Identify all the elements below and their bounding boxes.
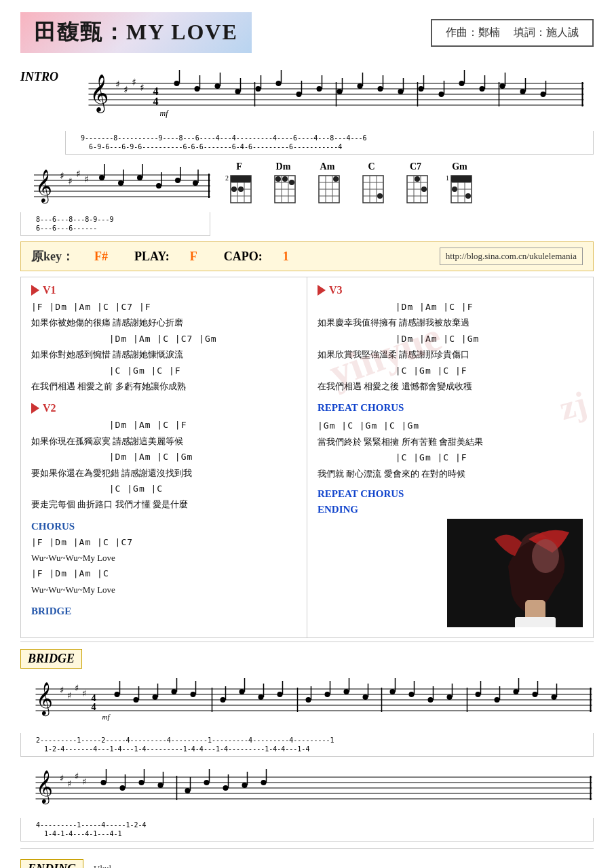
bridge-sheet-section: BRIDGE 𝄞 ♯ ♯ ♯ ♯ 4 4 mf (20, 649, 594, 757)
right-column: yinyue zj V3 |Dm |Am |C |F 如果慶幸我值得擁有 請感謝… (307, 277, 593, 637)
intro-staff2: 𝄞 ♯ ♯ ♯ ♯ (20, 158, 210, 212)
intro-section: INTRO 𝄞 ♯ ♯ ♯ ♯ 4 4 mf (20, 63, 594, 155)
svg-point-25 (296, 92, 302, 97)
divider-2 (20, 848, 594, 849)
svg-point-211 (139, 780, 145, 785)
bridge-staff-1: 𝄞 ♯ ♯ ♯ ♯ 4 4 mf (20, 672, 594, 733)
lyricist-label: 填詞：施人誠 (514, 26, 579, 38)
svg-rect-133 (515, 617, 556, 627)
svg-point-27 (317, 86, 322, 92)
svg-point-194 (552, 694, 557, 700)
svg-point-35 (398, 89, 404, 94)
chord-C7-grid (400, 172, 431, 210)
original-key-value: F# (94, 250, 108, 264)
repeat-chorus-2: REPEAT CHORUS (318, 488, 583, 500)
composer-label: 作曲：鄭楠 (446, 26, 500, 38)
play-key: PLAY: (128, 250, 170, 264)
svg-point-72 (156, 183, 161, 189)
chord-F-grid: 2 (224, 172, 254, 210)
svg-point-183 (447, 694, 453, 700)
svg-point-179 (409, 692, 415, 697)
svg-text:♯: ♯ (75, 683, 79, 693)
svg-point-104 (333, 176, 339, 182)
song-title: 田馥甄：MY LOVE (20, 12, 252, 53)
svg-point-118 (415, 176, 420, 182)
svg-point-154 (172, 689, 177, 694)
svg-text:1: 1 (446, 174, 449, 182)
chord-F: F 2 (224, 161, 254, 212)
bridge-tab-1: 2---------1-----2-----4---------4-------… (20, 733, 594, 757)
svg-point-39 (439, 92, 444, 97)
svg-point-19 (235, 89, 241, 94)
svg-text:♯: ♯ (116, 79, 121, 90)
svg-point-181 (428, 697, 434, 703)
svg-point-88 (238, 186, 244, 192)
svg-point-15 (195, 86, 200, 92)
svg-text:4: 4 (153, 96, 159, 107)
svg-point-216 (185, 788, 191, 793)
intro-staff: 𝄞 ♯ ♯ ♯ ♯ 4 4 mf (65, 63, 594, 131)
svg-point-119 (421, 186, 427, 192)
svg-point-17 (215, 83, 220, 89)
v2-lines: |Dm |Am |C |F 如果你現在孤獨寂寞 請感謝這美麗等候 |Dm |Am… (31, 417, 296, 512)
svg-point-213 (158, 783, 164, 788)
svg-text:♯: ♯ (84, 174, 89, 184)
svg-point-68 (118, 180, 123, 186)
svg-rect-86 (231, 176, 251, 182)
svg-text:4: 4 (92, 702, 96, 712)
chord-Gm: Gm 1 (444, 161, 475, 212)
svg-point-224 (261, 780, 267, 785)
svg-point-186 (476, 692, 481, 697)
v2-title: V2 (31, 402, 296, 414)
svg-text:mf: mf (102, 713, 111, 721)
svg-point-156 (191, 692, 196, 697)
bridge-section-label: BRIDGE (20, 649, 82, 669)
svg-point-177 (390, 689, 396, 694)
repeat-chorus-1: REPEAT CHORUS (318, 402, 583, 414)
svg-point-190 (514, 689, 519, 694)
svg-text:♯: ♯ (82, 776, 86, 787)
svg-rect-127 (451, 176, 472, 182)
chord-diagrams: F 2 Dm (224, 158, 475, 236)
svg-point-128 (452, 186, 457, 192)
ending-section-label: ENDING (20, 859, 83, 868)
chord-Dm: Dm (268, 161, 299, 212)
svg-point-29 (337, 89, 343, 94)
svg-point-45 (500, 83, 505, 89)
key-info-bar: 原key： F# PLAY: F CAPO: 1 http://blog.sin… (20, 241, 594, 271)
svg-text:𝄞: 𝄞 (36, 682, 53, 717)
chord-C-grid (356, 172, 387, 210)
svg-text:♯: ♯ (76, 169, 81, 179)
intro-label: INTRO (20, 70, 58, 83)
svg-point-218 (204, 780, 210, 785)
v1-lines: |F |Dm |Am |C |C7 |F 如果你被她傷的很痛 請感謝她好心折磨 … (31, 299, 296, 394)
svg-text:♯: ♯ (82, 688, 86, 698)
v3-title: V3 (318, 284, 583, 296)
credits: 作曲：鄭楠 填詞：施人誠 (431, 19, 594, 47)
svg-point-150 (134, 697, 139, 703)
svg-point-87 (231, 186, 237, 192)
svg-point-95 (275, 176, 281, 182)
v3-lines: |Dm |Am |C |F 如果慶幸我值得擁有 請感謝我被放棄過 |Dm |Am… (318, 299, 583, 394)
svg-point-168 (306, 697, 311, 703)
ending-header: ENDING Ukul. (20, 859, 594, 868)
svg-point-41 (459, 81, 465, 86)
svg-text:♯: ♯ (60, 685, 64, 695)
svg-text:𝄞: 𝄞 (90, 74, 109, 113)
divider-1 (20, 642, 594, 642)
intro-tab: 9-------8----------9----8---6----4---4--… (65, 131, 594, 155)
svg-point-161 (239, 689, 245, 694)
svg-point-172 (344, 689, 349, 694)
svg-point-47 (520, 89, 526, 94)
svg-point-152 (153, 694, 158, 700)
svg-text:♯: ♯ (60, 773, 64, 783)
svg-point-31 (358, 83, 363, 89)
bridge-staff-2: 𝄞 ♯ ♯ ♯ ♯ (20, 764, 594, 818)
chorus-lines: |F |Dm |Am |C |C7 Wu~Wu~Wu~My Love |F |D… (31, 534, 296, 598)
svg-point-66 (99, 175, 104, 180)
svg-text:𝄞: 𝄞 (35, 170, 52, 204)
svg-text:♯: ♯ (60, 171, 64, 181)
svg-point-111 (377, 193, 383, 199)
svg-point-37 (419, 86, 424, 92)
ending-inline-label: ENDING (318, 504, 583, 515)
